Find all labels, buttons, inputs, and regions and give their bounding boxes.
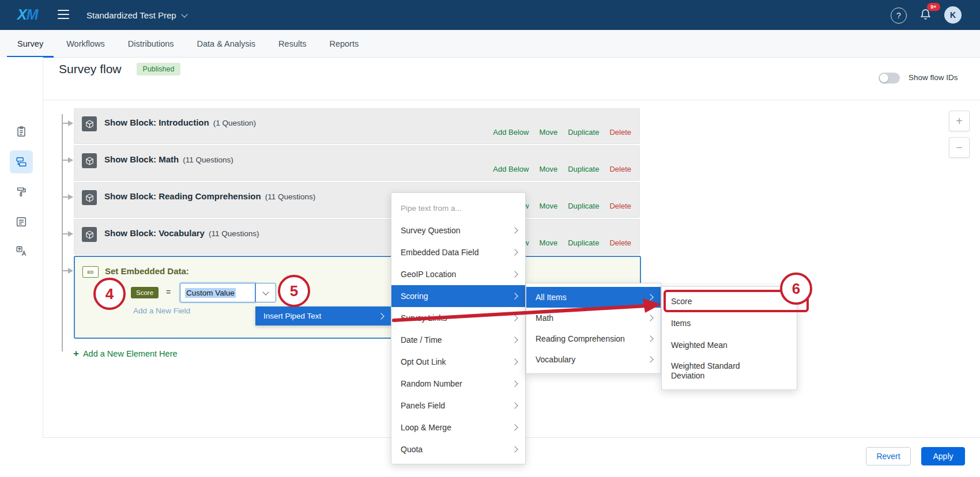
- translations-icon: [15, 245, 28, 258]
- avatar[interactable]: K: [944, 6, 962, 24]
- delete-link[interactable]: Delete: [609, 128, 631, 137]
- embedded-data-label: Set Embedded Data:: [105, 266, 189, 276]
- delete-link[interactable]: Delete: [609, 238, 631, 247]
- chevron-down-icon: [262, 289, 269, 295]
- block-actions: Add Below Move Duplicate Delete: [493, 165, 631, 173]
- menu-item-survey-question[interactable]: Survey Question: [391, 219, 525, 241]
- flow-block-reading-comprehension[interactable]: Show Block: Reading Comprehension(11 Que…: [74, 182, 640, 218]
- delete-link[interactable]: Delete: [609, 165, 631, 173]
- annotation-step-5: 5: [278, 275, 310, 307]
- move-link[interactable]: Move: [539, 128, 557, 137]
- tab-results[interactable]: Results: [267, 30, 318, 57]
- piped-text-menu: Pipe text from a... Survey Question Embe…: [391, 192, 526, 464]
- hamburger-menu-icon[interactable]: [58, 10, 69, 19]
- add-new-field-link[interactable]: Add a New Field: [133, 306, 190, 315]
- block-title: Show Block: Math(11 Questions): [104, 154, 233, 164]
- scoring-submenu: All Items Math Reading Comprehension Voc…: [526, 283, 661, 374]
- plus-icon: +: [73, 348, 79, 359]
- app-window: XM Standardized Test Prep ? 9+ K Survey …: [0, 0, 980, 477]
- block-cube-icon: [82, 153, 97, 168]
- show-flow-ids-toggle[interactable]: [879, 73, 900, 84]
- menu-item-date-time[interactable]: Date / Time: [391, 329, 525, 351]
- xm-logo[interactable]: XM: [17, 6, 38, 23]
- menu-item-all-items[interactable]: All Items: [526, 287, 661, 308]
- insert-piped-text-label: Insert Piped Text: [263, 312, 321, 320]
- revert-button[interactable]: Revert: [866, 447, 911, 465]
- add-below-link[interactable]: Add Below: [493, 165, 529, 173]
- chevron-right-icon: [511, 271, 518, 277]
- toggle-knob: [880, 74, 888, 82]
- menu-item-random-number[interactable]: Random Number: [391, 373, 525, 395]
- menu-item-quota[interactable]: Quota: [391, 438, 525, 460]
- survey-options-icon: [15, 215, 28, 228]
- chevron-right-icon: [511, 446, 518, 452]
- menu-item-items[interactable]: Items: [662, 312, 797, 334]
- sidebar-item-builder[interactable]: [10, 120, 33, 143]
- menu-item-embedded-data-field[interactable]: Embedded Data Field: [391, 241, 525, 263]
- duplicate-link[interactable]: Duplicate: [568, 128, 599, 137]
- project-switcher[interactable]: Standardized Test Prep: [86, 0, 187, 30]
- menu-item-opt-out-link[interactable]: Opt Out Link: [391, 351, 525, 373]
- flow-block-math[interactable]: Show Block: Math(11 Questions) Add Below…: [74, 145, 640, 181]
- notification-count-badge: 9+: [927, 3, 940, 11]
- logo-letter-m: M: [27, 6, 38, 22]
- menu-item-survey-links[interactable]: Survey Links: [391, 307, 525, 329]
- annotation-step-6: 6: [780, 272, 812, 305]
- tab-survey[interactable]: Survey: [6, 30, 55, 57]
- chevron-down-icon: [181, 11, 187, 17]
- tab-workflows[interactable]: Workflows: [55, 30, 116, 57]
- add-below-link[interactable]: Add Below: [493, 128, 529, 137]
- equals-sign: =: [166, 287, 171, 297]
- menu-item-reading-comprehension[interactable]: Reading Comprehension: [526, 328, 661, 349]
- block-question-count: (11 Questions): [183, 156, 233, 164]
- move-link[interactable]: Move: [539, 238, 557, 247]
- move-link[interactable]: Move: [539, 165, 557, 173]
- menu-item-math[interactable]: Math: [526, 308, 661, 328]
- duplicate-link[interactable]: Duplicate: [568, 165, 599, 173]
- menu-item-weighted-mean[interactable]: Weighted Mean: [662, 334, 797, 356]
- flow-block-introduction[interactable]: Show Block: Introduction(1 Question) Add…: [74, 108, 640, 144]
- duplicate-link[interactable]: Duplicate: [568, 202, 599, 210]
- block-cube-icon: [82, 190, 97, 205]
- zoom-in-button[interactable]: +: [949, 111, 970, 131]
- sidebar-item-look-and-feel[interactable]: [10, 180, 33, 203]
- selected-input-text: Custom Value: [185, 288, 236, 298]
- apply-button[interactable]: Apply: [921, 447, 965, 465]
- menu-item-panels-field[interactable]: Panels Field: [391, 395, 525, 417]
- value-dropdown-button[interactable]: [255, 283, 276, 302]
- show-flow-ids-label: Show flow IDs: [909, 73, 958, 82]
- block-actions: Add Below Move Duplicate Delete: [493, 128, 631, 137]
- tab-distributions[interactable]: Distributions: [116, 30, 186, 57]
- menu-item-score[interactable]: Score: [662, 290, 797, 312]
- sidebar-item-translations[interactable]: [10, 240, 33, 263]
- chevron-right-icon: [378, 313, 384, 319]
- insert-piped-text-button[interactable]: Insert Piped Text: [255, 306, 391, 325]
- duplicate-link[interactable]: Duplicate: [568, 238, 599, 247]
- block-title: Show Block: Introduction(1 Question): [104, 118, 256, 127]
- top-bar: XM Standardized Test Prep ? 9+ K: [0, 0, 980, 30]
- delete-link[interactable]: Delete: [609, 202, 631, 210]
- tab-data-analysis[interactable]: Data & Analysis: [186, 30, 267, 57]
- survey-flow-icon: [15, 156, 28, 168]
- page-header: Survey flow Published: [59, 62, 180, 76]
- custom-value-input[interactable]: Custom Value: [180, 283, 255, 302]
- menu-item-scoring[interactable]: Scoring: [391, 285, 525, 307]
- sidebar-item-survey-options[interactable]: [10, 210, 33, 233]
- menu-item-weighted-standard-deviation[interactable]: Weighted Standard Deviation: [662, 356, 797, 386]
- add-new-element-link[interactable]: + Add a New Element Here: [73, 348, 178, 359]
- menu-item-geoip-location[interactable]: GeoIP Location: [391, 263, 525, 285]
- tab-reports[interactable]: Reports: [318, 30, 370, 57]
- block-question-count: (11 Questions): [209, 229, 259, 238]
- zoom-out-button[interactable]: −: [949, 137, 970, 158]
- help-button[interactable]: ?: [891, 7, 907, 24]
- chevron-right-icon: [647, 315, 653, 321]
- menu-item-vocabulary[interactable]: Vocabulary: [526, 349, 661, 370]
- chevron-right-icon: [511, 424, 518, 430]
- move-link[interactable]: Move: [539, 202, 557, 210]
- chevron-right-icon: [647, 335, 653, 342]
- chevron-right-icon: [511, 293, 518, 299]
- sidebar-item-survey-flow[interactable]: [10, 150, 33, 173]
- flow-block-vocabulary[interactable]: Show Block: Vocabulary(11 Questions) Add…: [74, 219, 640, 255]
- menu-item-loop-merge[interactable]: Loop & Merge: [391, 417, 525, 438]
- field-name-pill[interactable]: Score: [131, 287, 159, 298]
